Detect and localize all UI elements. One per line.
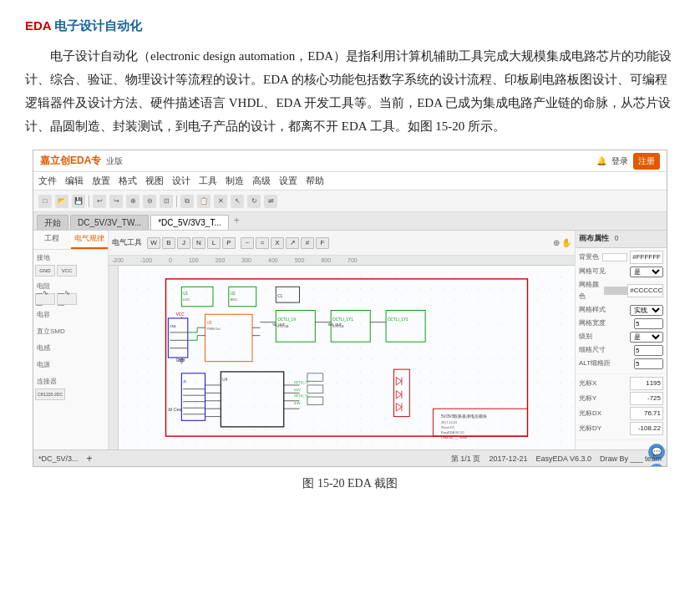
comp-label-diode: 直立SMD: [35, 325, 106, 338]
toolbar-zoom-out[interactable]: ⊖: [143, 195, 156, 208]
svg-text:REG: REG: [231, 298, 237, 302]
menu-settings[interactable]: 设置: [279, 173, 297, 189]
tool-wire[interactable]: W: [147, 237, 160, 249]
login-button[interactable]: 登录: [611, 154, 628, 169]
tool-glyph1[interactable]: ~: [241, 237, 254, 249]
svg-text:CN1: CN1: [170, 325, 176, 328]
toolbar-rotate[interactable]: ↻: [247, 195, 261, 208]
view-pan-icon[interactable]: ✋: [561, 236, 571, 251]
menu-help[interactable]: 帮助: [306, 173, 324, 189]
toolbar-paste[interactable]: 📋: [197, 195, 211, 208]
cursor-dx-label: 光标DX: [579, 408, 601, 419]
eda-toolbar: □ 📂 💾 ↩ ↪ ⊕ ⊖ ⊡ ⧉ 📋 ✕ ↖ ↻ ⇌: [33, 190, 667, 212]
menu-format[interactable]: 格式: [119, 173, 137, 189]
toolbar-open[interactable]: 📂: [55, 195, 68, 208]
comp-sym-conn1[interactable]: CR1220-2DC: [35, 388, 65, 400]
grid-visible-select[interactable]: 是 否: [630, 267, 663, 277]
left-tab-project[interactable]: 工程: [33, 231, 71, 249]
grid-style-select[interactable]: 实线 虚线: [630, 305, 663, 316]
menu-edit[interactable]: 编辑: [65, 173, 84, 189]
canvas-ruler-vertical: [109, 266, 119, 449]
eda-menubar: 文件 编辑 放置 格式 视图 设计 工具 制造 高级 设置 帮助: [33, 172, 667, 190]
toolbar-new[interactable]: □: [38, 195, 52, 208]
cursor-dy-value: -108.22: [630, 422, 663, 435]
svg-text:3V3_OUT: 3V3_OUT: [327, 324, 342, 328]
canvas-area: 电气工具 W B J N L P ~ = X ↗ #: [109, 231, 575, 449]
cursor-y-value: -725: [630, 392, 663, 405]
menu-manufacture[interactable]: 制造: [226, 173, 244, 189]
tab-dc1[interactable]: DC_5V/3V_TW...: [70, 215, 149, 230]
toolbar-fit[interactable]: ⊡: [160, 195, 173, 208]
left-tab-elec[interactable]: 电气规律: [71, 231, 109, 249]
bottom-plus[interactable]: +: [87, 450, 93, 467]
cursor-dx-value: 76.71: [630, 407, 663, 420]
view-zoom-icon[interactable]: ⊕: [553, 236, 560, 251]
svg-text:LDO: LDO: [183, 298, 190, 302]
toolbar-delete[interactable]: ✕: [214, 195, 227, 208]
comp-sym-vcc[interactable]: VCC: [57, 265, 77, 277]
tool-glyph4[interactable]: ↗: [286, 237, 299, 249]
fine-grid-input[interactable]: [634, 345, 663, 356]
menu-design[interactable]: 设计: [172, 173, 190, 189]
grid-width-label: 网格宽度: [579, 317, 606, 329]
toolbar-divider2: [176, 195, 177, 207]
bg-color-label: 背景色: [579, 251, 599, 263]
fine-grid-row: 细格尺寸: [579, 344, 663, 356]
right-panel-count: 0: [615, 234, 619, 242]
grid-width-input[interactable]: [634, 318, 663, 329]
bottom-tab[interactable]: *DC_5V/3...: [38, 453, 79, 466]
toolbar-select[interactable]: ↖: [231, 195, 244, 208]
tool-glyph2[interactable]: =: [256, 237, 269, 249]
bg-color-swatch[interactable]: [602, 253, 627, 261]
menu-view[interactable]: 视图: [145, 173, 164, 189]
bottom-team: Draw By ___ team: [600, 453, 662, 466]
toolbar-undo[interactable]: ↩: [93, 195, 106, 208]
tool-bus[interactable]: B: [162, 237, 175, 249]
toolbar-mirror[interactable]: ⇌: [264, 195, 277, 208]
tab-dc2[interactable]: *DC_5V/3V3_T...: [150, 215, 229, 230]
title-cn: 电子设计自动化: [54, 18, 142, 33]
tool-glyph3[interactable]: X: [271, 237, 284, 249]
fine-grid-label: 细格尺寸: [579, 344, 606, 356]
menu-advanced[interactable]: 高级: [252, 173, 271, 189]
comp-sym-gnd[interactable]: GND: [35, 265, 55, 277]
toolbar-save[interactable]: 💾: [72, 195, 85, 208]
svg-text:Draw By ___ team: Draw By ___ team: [441, 436, 467, 439]
level-select[interactable]: 是: [630, 332, 663, 343]
tool-glyph5[interactable]: #: [301, 237, 314, 249]
tool-junction[interactable]: J: [177, 237, 190, 249]
svg-text:U1: U1: [183, 292, 188, 296]
grid-color-value: #CCCCCC: [627, 284, 663, 297]
tab-start[interactable]: 开始: [37, 215, 68, 230]
comp-sym-r2[interactable]: —∿—: [57, 293, 77, 305]
svg-text:OCTLI_1Y1: OCTLI_1Y1: [332, 317, 353, 322]
elec-tools-label: 电气工具: [112, 236, 142, 250]
comp-item-diode: 直立SMD: [35, 325, 106, 338]
menu-file[interactable]: 文件: [38, 173, 57, 189]
comp-label-gnd: 接地: [35, 251, 106, 265]
alt-fine-grid-label: ALT细格距: [579, 358, 611, 369]
svg-text:3.3V: 3.3V: [294, 403, 301, 406]
tool-power[interactable]: P: [222, 237, 236, 249]
toolbar-zoom-in[interactable]: ⊕: [126, 195, 139, 208]
tool-noconnect[interactable]: N: [192, 237, 205, 249]
menu-place[interactable]: 放置: [92, 173, 110, 189]
svg-text:PWM Ctrl: PWM Ctrl: [206, 328, 220, 331]
tool-glyph6[interactable]: F: [316, 237, 329, 249]
tool-label[interactable]: L: [207, 237, 221, 249]
view-controls: ⊕ ✋: [553, 236, 571, 251]
tab-add[interactable]: +: [231, 212, 243, 230]
toolbar-redo[interactable]: ↪: [109, 195, 123, 208]
menu-tools[interactable]: 工具: [199, 173, 217, 189]
eda-canvas[interactable]: -200 -100 0 100 200 300 400 500 600 700: [109, 256, 575, 449]
grid-visible-row: 网格可见 是 否: [579, 266, 663, 277]
cursor-x-label: 光标X: [579, 378, 596, 389]
cursor-y-row: 光标Y -725: [579, 392, 663, 405]
grid-color-swatch[interactable]: [604, 287, 627, 295]
alt-fine-grid-input[interactable]: [634, 358, 663, 369]
canvas-ruler-horizontal: -200 -100 0 100 200 300 400 500 600 700: [109, 256, 575, 266]
register-button[interactable]: 注册: [633, 153, 660, 170]
toolbar-divider1: [89, 195, 89, 207]
toolbar-copy[interactable]: ⧉: [180, 195, 194, 208]
comp-sym-r1[interactable]: —∿—: [35, 293, 55, 305]
